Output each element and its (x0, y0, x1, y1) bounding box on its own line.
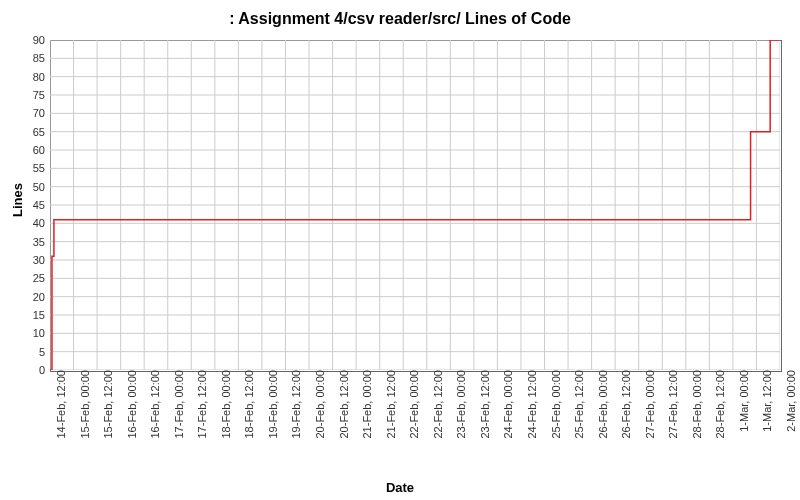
plot-area: 051015202530354045505560657075808590 14-… (50, 40, 780, 370)
x-tick-label: 18-Feb, 00:00 (215, 370, 232, 439)
y-tick-label: 60 (33, 144, 50, 156)
y-tick-label: 55 (33, 162, 50, 174)
x-tick-label: 20-Feb, 12:00 (333, 370, 350, 439)
x-tick-label: 22-Feb, 00:00 (403, 370, 420, 439)
x-tick-label: 1-Mar, 12:00 (756, 370, 773, 432)
chart-svg (50, 40, 780, 370)
x-tick-label: 28-Feb, 12:00 (709, 370, 726, 439)
y-axis-label: Lines (10, 183, 25, 217)
x-tick-label: 18-Feb, 12:00 (238, 370, 255, 439)
y-tick-label: 15 (33, 309, 50, 321)
x-tick-label: 14-Feb, 12:00 (50, 370, 67, 439)
x-tick-label: 21-Feb, 12:00 (380, 370, 397, 439)
x-tick-label: 17-Feb, 12:00 (191, 370, 208, 439)
y-tick-label: 40 (33, 217, 50, 229)
y-tick-label: 90 (33, 34, 50, 46)
y-tick-label: 5 (39, 346, 50, 358)
x-tick-label: 17-Feb, 00:00 (168, 370, 185, 439)
x-tick-label: 24-Feb, 12:00 (521, 370, 538, 439)
y-tick-label: 20 (33, 291, 50, 303)
chart-title: : Assignment 4/csv reader/src/ Lines of … (0, 0, 800, 28)
x-tick-label: 28-Feb, 00:00 (686, 370, 703, 439)
y-tick-label: 70 (33, 107, 50, 119)
x-tick-label: 23-Feb, 00:00 (450, 370, 467, 439)
x-tick-label: 20-Feb, 00:00 (309, 370, 326, 439)
x-tick-label: 25-Feb, 00:00 (545, 370, 562, 439)
y-tick-label: 35 (33, 236, 50, 248)
y-tick-label: 0 (39, 364, 50, 376)
x-tick-label: 26-Feb, 00:00 (592, 370, 609, 439)
x-axis-label: Date (386, 480, 414, 495)
y-tick-label: 25 (33, 272, 50, 284)
x-tick-label: 19-Feb, 00:00 (262, 370, 279, 439)
x-tick-label: 24-Feb, 00:00 (497, 370, 514, 439)
x-tick-label: 21-Feb, 00:00 (356, 370, 373, 439)
x-tick-label: 22-Feb, 12:00 (427, 370, 444, 439)
y-tick-label: 45 (33, 199, 50, 211)
x-tick-label: 25-Feb, 12:00 (568, 370, 585, 439)
x-tick-label: 15-Feb, 00:00 (74, 370, 91, 439)
y-tick-label: 10 (33, 327, 50, 339)
x-tick-label: 16-Feb, 00:00 (121, 370, 138, 439)
y-gridlines (50, 40, 780, 370)
y-tick-label: 85 (33, 52, 50, 64)
x-tick-label: 27-Feb, 00:00 (639, 370, 656, 439)
x-tick-label: 19-Feb, 12:00 (285, 370, 302, 439)
y-tick-label: 50 (33, 181, 50, 193)
x-tick-label: 15-Feb, 12:00 (97, 370, 114, 439)
y-tick-label: 80 (33, 71, 50, 83)
x-tick-label: 23-Feb, 12:00 (474, 370, 491, 439)
x-tick-label: 26-Feb, 12:00 (615, 370, 632, 439)
x-tick-label: 27-Feb, 12:00 (662, 370, 679, 439)
y-tick-label: 65 (33, 126, 50, 138)
y-tick-label: 75 (33, 89, 50, 101)
x-tick-label: 2-Mar, 00:00 (780, 370, 797, 432)
x-tick-label: 1-Mar, 00:00 (733, 370, 750, 432)
x-tick-label: 16-Feb, 12:00 (144, 370, 161, 439)
y-tick-label: 30 (33, 254, 50, 266)
